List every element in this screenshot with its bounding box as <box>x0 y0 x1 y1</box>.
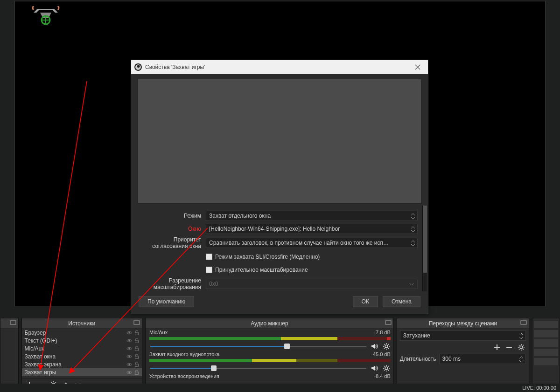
audio-meter <box>149 337 391 340</box>
source-label: Захват игры <box>25 369 56 376</box>
lock-icon[interactable] <box>133 361 140 368</box>
ok-button[interactable]: ОК <box>353 296 378 307</box>
add-transition-button[interactable] <box>493 344 501 351</box>
svg-rect-5 <box>10 321 16 324</box>
control-button-stub[interactable] <box>533 330 559 338</box>
dialog-titlebar[interactable]: Свойства 'Захват игры' <box>131 60 428 74</box>
control-button-stub[interactable] <box>533 320 559 329</box>
defaults-label: По умолчанию <box>147 298 185 305</box>
scale-res-label: Разрешение масштабирования <box>138 277 206 290</box>
mixer-item: Устройство воспроизведения-8.4 dB <box>146 372 393 379</box>
dock-icon[interactable] <box>520 319 527 326</box>
scale-res-combo[interactable]: 0x0 <box>206 279 418 289</box>
source-item[interactable]: Браузер <box>22 329 142 337</box>
audio-meter <box>149 359 391 362</box>
mixer-item: Mic/Aux-7.8 dB <box>146 329 393 351</box>
dock-icon[interactable] <box>133 319 140 326</box>
sli-label: Режим захвата SLI/Crossfire (Медленно) <box>215 254 320 260</box>
svg-marker-0 <box>34 9 58 13</box>
control-button-stub[interactable] <box>533 348 559 357</box>
window-combo[interactable]: [HelloNeighbor-Win64-Shipping.exe]: Hell… <box>206 224 418 234</box>
dock-icon[interactable] <box>10 319 16 326</box>
control-button-stub[interactable] <box>533 358 559 366</box>
source-item-selected[interactable]: Захват игры <box>22 368 142 376</box>
svg-point-17 <box>128 371 130 373</box>
svg-rect-20 <box>385 321 391 324</box>
window-label: Окно <box>138 226 206 232</box>
statusbar: LIVE: 00:00:00 <box>0 384 560 392</box>
source-item[interactable]: Захват экрана <box>22 360 142 368</box>
source-item[interactable]: Текст (GDI+) <box>22 337 142 344</box>
scale-res-placeholder: 0x0 <box>209 281 218 287</box>
transition-type-value: Затухание <box>403 332 430 339</box>
speaker-icon[interactable] <box>370 342 378 351</box>
ok-label: ОК <box>362 298 369 305</box>
mixer-settings-icon[interactable] <box>382 342 391 351</box>
transitions-panel-title: Переходы между сценами <box>429 320 497 327</box>
volume-slider[interactable] <box>150 368 366 369</box>
scenes-panel-stub <box>0 318 19 391</box>
source-label: Захват экрана <box>25 361 62 368</box>
control-button-stub[interactable] <box>533 339 559 347</box>
visibility-icon[interactable] <box>126 369 133 376</box>
svg-rect-8 <box>135 332 139 335</box>
transition-type-combo[interactable]: Затухание <box>400 330 526 341</box>
svg-point-11 <box>128 348 130 350</box>
lock-icon[interactable] <box>133 353 140 360</box>
source-item[interactable]: Mic/Aux <box>22 344 142 352</box>
visibility-icon[interactable] <box>126 361 133 368</box>
speaker-icon[interactable] <box>370 364 378 372</box>
mixer-panel-title: Аудио микшер <box>251 320 288 327</box>
source-label: Mic/Aux <box>25 345 45 352</box>
volume-slider[interactable] <box>150 346 366 347</box>
svg-point-13 <box>128 356 130 358</box>
mixer-source-name: Mic/Aux <box>149 330 168 335</box>
svg-point-7 <box>128 332 130 334</box>
source-label: Браузер <box>25 330 46 336</box>
sli-checkbox[interactable] <box>206 254 212 260</box>
lock-icon[interactable] <box>133 369 140 376</box>
svg-rect-16 <box>135 364 139 366</box>
svg-point-9 <box>128 340 130 342</box>
duration-value: 300 ms <box>442 356 461 362</box>
mode-combo[interactable]: Захват отдельного окна <box>206 211 418 221</box>
lock-icon[interactable] <box>133 330 140 336</box>
source-label: Захват окна <box>25 353 56 360</box>
priority-value: Сравнивать заголовок, в противном случае… <box>209 240 391 246</box>
visibility-icon[interactable] <box>126 337 133 344</box>
dialog-preview <box>138 79 421 204</box>
dialog-scrollbar[interactable] <box>422 206 427 291</box>
remove-transition-button[interactable] <box>505 344 513 351</box>
mixer-item: Захват входного аудиопотока-45.0 dB <box>146 351 393 372</box>
lock-icon[interactable] <box>133 337 140 344</box>
properties-dialog: Свойства 'Захват игры' Режим Захват отде… <box>131 60 428 314</box>
cancel-button[interactable]: Отмена <box>383 296 420 307</box>
duration-spinbox[interactable]: 300 ms <box>439 354 526 364</box>
priority-combo[interactable]: Сравнивать заголовок, в противном случае… <box>206 238 418 248</box>
svg-rect-10 <box>135 340 139 343</box>
transition-settings-button[interactable] <box>518 344 525 351</box>
lock-icon[interactable] <box>133 345 140 352</box>
source-item[interactable]: Захват окна <box>22 352 142 360</box>
dock-icon[interactable] <box>385 319 392 326</box>
force-scale-checkbox[interactable] <box>206 267 212 273</box>
duration-label: Длительность <box>400 356 436 362</box>
sources-list[interactable]: Браузер Текст (GDI+) Mic/Aux Захват окна… <box>22 329 142 378</box>
close-button[interactable] <box>407 60 428 74</box>
visibility-icon[interactable] <box>126 353 133 360</box>
visibility-icon[interactable] <box>126 330 133 336</box>
bottom-dock: Источники Браузер Текст (GDI+) Mic/Aux З… <box>0 317 560 392</box>
svg-rect-14 <box>135 356 139 358</box>
live-status: LIVE: 00:00:00 <box>522 385 556 391</box>
mixer-settings-icon[interactable] <box>382 364 391 372</box>
window-value: [HelloNeighbor-Win64-Shipping.exe]: Hell… <box>209 226 340 232</box>
svg-rect-23 <box>521 321 526 324</box>
controls-panel-stub <box>532 318 560 391</box>
visibility-icon[interactable] <box>126 345 133 352</box>
sources-panel-title: Источники <box>68 320 95 327</box>
defaults-button[interactable]: По умолчанию <box>139 296 194 307</box>
mixer-db: -8.4 dB <box>374 373 390 379</box>
mixer-panel: Аудио микшер Mic/Aux-7.8 dB Захват входн… <box>145 318 394 391</box>
mixer-source-name: Захват входного аудиопотока <box>149 351 219 357</box>
obs-icon <box>134 63 142 71</box>
